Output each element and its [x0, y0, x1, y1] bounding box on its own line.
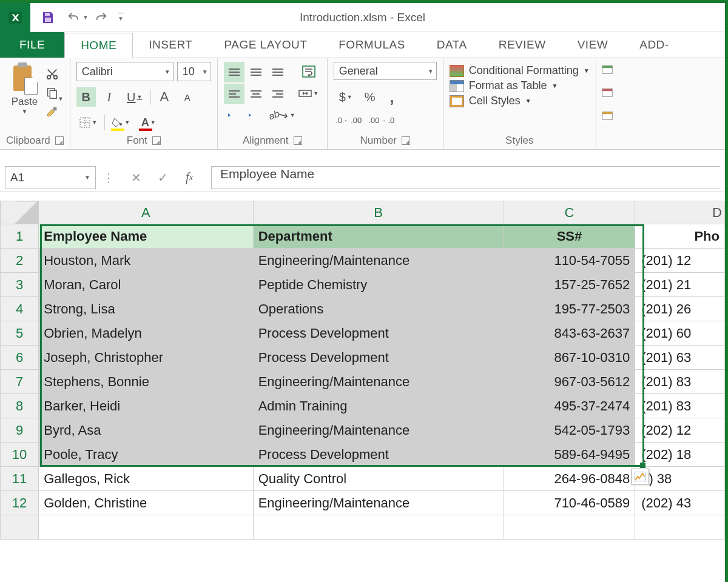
cell-A1[interactable]: Employee Name	[39, 224, 253, 249]
cell[interactable]: Barker, Heidi	[39, 394, 253, 418]
merge-center-button[interactable]: ▼	[297, 84, 321, 103]
cell[interactable]: (201) 63	[635, 346, 725, 370]
cell[interactable]: 110-54-7055	[504, 249, 635, 273]
insert-function-button[interactable]: fx	[176, 166, 203, 189]
paste-button[interactable]: Paste ▼	[8, 62, 40, 115]
cell-D1[interactable]: Pho	[635, 224, 725, 249]
cell[interactable]: (202) 12	[635, 418, 725, 443]
delete-cells-icon[interactable]	[599, 85, 616, 99]
cell[interactable]: (201) 26	[635, 297, 725, 321]
quick-analysis-button[interactable]	[631, 469, 649, 484]
cell-styles-button[interactable]: Cell Styles▼	[450, 95, 590, 107]
increase-decimal-button[interactable]: .0←.00	[334, 110, 364, 130]
orientation-button[interactable]: ab ↗▼	[270, 105, 294, 125]
name-box[interactable]: A1▼	[5, 166, 96, 189]
borders-button[interactable]: ▼	[76, 113, 101, 132]
font-color-button[interactable]: A▼	[136, 113, 161, 132]
cell[interactable]: (202) 43	[635, 491, 725, 515]
cell[interactable]: (201) 83	[635, 370, 725, 394]
bold-button[interactable]: B	[76, 87, 96, 107]
font-size-combo[interactable]: 10▼	[177, 62, 211, 81]
tab-view[interactable]: VIEW	[562, 32, 624, 58]
align-middle-button[interactable]	[246, 62, 266, 82]
row-header[interactable]: 11	[1, 467, 39, 491]
font-dialog-launcher[interactable]	[152, 136, 161, 145]
cell[interactable]: Strong, Lisa	[39, 297, 253, 321]
qat-customize-dropdown[interactable]: ▼	[114, 5, 127, 30]
align-center-button[interactable]	[246, 84, 266, 104]
row-header-13[interactable]	[1, 515, 39, 540]
cell[interactable]: Houston, Mark	[39, 249, 253, 273]
col-header-C[interactable]: C	[504, 201, 635, 224]
shrink-font-button[interactable]: A	[178, 87, 197, 107]
enter-formula-button[interactable]: ✓	[149, 166, 176, 189]
increase-indent-button[interactable]	[244, 105, 264, 125]
row-header[interactable]: 2	[1, 249, 39, 273]
tab-page-layout[interactable]: PAGE LAYOUT	[208, 32, 323, 58]
cell[interactable]: 264-96-0848	[504, 467, 635, 491]
cut-button[interactable]	[44, 67, 61, 81]
cell[interactable]: 710-46-0589	[504, 491, 635, 515]
redo-button[interactable]	[89, 5, 114, 30]
format-cells-icon[interactable]	[599, 108, 616, 122]
clipboard-dialog-launcher[interactable]	[55, 136, 64, 145]
cell[interactable]: (201) 60	[635, 321, 725, 346]
col-header-A[interactable]: A	[39, 201, 253, 224]
align-bottom-button[interactable]	[268, 62, 288, 82]
tab-review[interactable]: REVIEW	[483, 32, 562, 58]
cell[interactable]: 967-03-5612	[504, 370, 635, 394]
row-header[interactable]: 8	[1, 394, 39, 418]
cell[interactable]: Obrien, Madelyn	[39, 321, 253, 346]
cell[interactable]: 157-25-7652	[504, 273, 635, 297]
tab-file[interactable]: FILE	[0, 32, 64, 58]
wrap-text-button[interactable]	[297, 62, 321, 81]
formula-input[interactable]: Employee Name	[211, 166, 720, 189]
undo-dropdown[interactable]: ▼	[83, 14, 89, 21]
decrease-indent-button[interactable]	[224, 105, 243, 125]
cell[interactable]: Engineering/Maintenance	[253, 249, 504, 273]
cell[interactable]: 495-37-2474	[504, 394, 635, 418]
row-header[interactable]: 3	[1, 273, 39, 297]
cancel-formula-button[interactable]: ✕	[123, 166, 149, 189]
grow-font-button[interactable]: A	[155, 87, 174, 107]
cell[interactable]: Byrd, Asa	[39, 418, 253, 443]
cell[interactable]: Peptide Chemistry	[253, 273, 504, 297]
tab-formulas[interactable]: FORMULAS	[323, 32, 421, 58]
cell[interactable]: Gallegos, Rick	[39, 467, 253, 491]
col-header-B[interactable]: B	[253, 201, 504, 224]
formula-options-icon[interactable]: ⋮	[96, 166, 123, 189]
cell[interactable]: (201) 12	[635, 249, 725, 273]
cell-B1[interactable]: Department	[253, 224, 504, 249]
copy-button[interactable]: ▼	[44, 86, 61, 101]
row-header-1[interactable]: 1	[1, 224, 39, 249]
cell[interactable]: Engineering/Maintenance	[253, 491, 504, 515]
select-all-corner[interactable]	[1, 201, 39, 224]
row-header[interactable]: 4	[1, 297, 39, 321]
tab-addins[interactable]: ADD-	[624, 32, 684, 58]
cell[interactable]: 195-77-2503	[504, 297, 635, 321]
align-left-button[interactable]	[224, 84, 244, 104]
row-header[interactable]: 9	[1, 418, 39, 443]
cell[interactable]: Process Development	[253, 321, 504, 346]
cell[interactable]: 542-05-1793	[504, 418, 635, 443]
font-name-combo[interactable]: Calibri▼	[76, 62, 174, 81]
cell[interactable]: (202) 18	[635, 443, 725, 467]
fill-color-button[interactable]: ▼	[109, 113, 133, 132]
format-as-table-button[interactable]: Format as Table▼	[450, 79, 590, 92]
tab-insert[interactable]: INSERT	[133, 32, 208, 58]
cell[interactable]: Golden, Christine	[39, 491, 253, 515]
row-header[interactable]: 7	[1, 370, 39, 394]
row-header[interactable]: 12	[1, 491, 39, 515]
cell[interactable]: Quality Control	[253, 467, 504, 491]
insert-cells-icon[interactable]	[599, 62, 616, 76]
cell[interactable]: Engineering/Maintenance	[253, 370, 504, 394]
cell[interactable]: Admin Training	[253, 394, 504, 418]
cell[interactable]: Operations	[253, 297, 504, 321]
number-format-combo[interactable]: General▼	[334, 62, 437, 80]
comma-style-button[interactable]: ,	[382, 87, 402, 107]
tab-data[interactable]: DATA	[421, 32, 483, 58]
cell[interactable]: 589-64-9495	[504, 443, 635, 467]
align-right-button[interactable]	[268, 84, 288, 104]
cell[interactable]: Poole, Tracy	[39, 443, 253, 467]
cell[interactable]: 867-10-0310	[504, 346, 635, 370]
